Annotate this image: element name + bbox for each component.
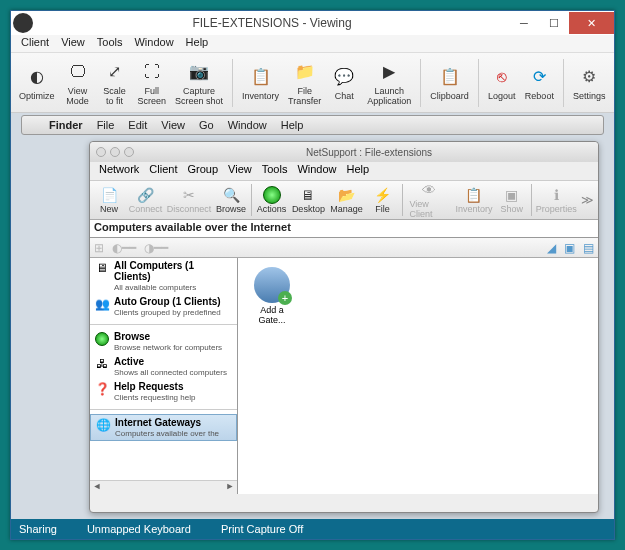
- minimize-button[interactable]: ─: [509, 12, 539, 34]
- inv-icon: 📋: [465, 186, 483, 204]
- mt-3[interactable]: ◑━━: [144, 241, 168, 255]
- mac-help[interactable]: Help: [274, 119, 311, 131]
- main-pane: Add a Gate...: [238, 258, 598, 494]
- inner-titlebar: NetSupport : File-extensions: [90, 142, 598, 162]
- manage-icon: 📂: [338, 186, 356, 204]
- launch-icon: ▶: [377, 60, 401, 84]
- traffic-zoom[interactable]: [124, 147, 134, 157]
- tree: 🖥All Computers (1 Clients)All available …: [90, 258, 237, 480]
- props-icon: ℹ: [547, 186, 565, 204]
- im-tools[interactable]: Tools: [257, 162, 293, 180]
- ribbon: ◐Optimize 🖵View Mode ⤢Scale to fit ⛶Full…: [11, 53, 614, 113]
- browse-icon: 🔍: [222, 186, 240, 204]
- mini-toolbar: ⊞ ◐━━ ◑━━ ◢ ▣ ▤: [90, 238, 598, 258]
- mac-view[interactable]: View: [154, 119, 192, 131]
- remote-desktop-area: Finder File Edit View Go Window Help Net…: [11, 113, 614, 519]
- tb-viewclient[interactable]: 👁View Client: [404, 180, 453, 220]
- tree-auto[interactable]: 👥Auto Group (1 Clients)Clients grouped b…: [90, 294, 237, 319]
- actions-icon: [263, 186, 281, 204]
- mt-1[interactable]: ⊞: [94, 241, 104, 255]
- connect-icon: 🔗: [136, 186, 154, 204]
- tree-active[interactable]: 🖧ActiveShows all connected computers: [90, 354, 237, 379]
- tb-manage[interactable]: 📂Manage: [328, 185, 366, 215]
- tree-all[interactable]: 🖥All Computers (1 Clients)All available …: [90, 258, 237, 294]
- active-icon: 🖧: [94, 356, 110, 372]
- tb-connect[interactable]: 🔗Connect: [126, 185, 165, 215]
- inner-menubar: Network Client Group View Tools Window H…: [90, 162, 598, 180]
- tb-file[interactable]: ⚡File: [366, 185, 400, 215]
- traffic-close[interactable]: [96, 147, 106, 157]
- im-window[interactable]: Window: [292, 162, 341, 180]
- launch-button[interactable]: ▶Launch Application: [363, 58, 415, 108]
- reboot-button[interactable]: ⟳Reboot: [521, 63, 558, 103]
- maximize-button[interactable]: ☐: [539, 12, 569, 34]
- inventory-button[interactable]: 📋Inventory: [238, 63, 283, 103]
- folder-icon: 📁: [293, 60, 317, 84]
- chat-button[interactable]: 💬Chat: [326, 63, 362, 103]
- tb-browse[interactable]: 🔍Browse: [213, 185, 249, 215]
- settings-button[interactable]: ⚙Settings: [569, 63, 610, 103]
- status-keyboard: Unmapped Keyboard: [87, 523, 191, 535]
- mt-5[interactable]: ▣: [564, 241, 575, 255]
- gateway-icon: 🌐: [95, 417, 111, 433]
- im-help[interactable]: Help: [342, 162, 375, 180]
- inventory-icon: 📋: [249, 65, 273, 89]
- tb-disconnect[interactable]: ✂Disconnect: [165, 185, 213, 215]
- tree-gateways[interactable]: 🌐Internet GatewaysComputers available ov…: [90, 414, 237, 441]
- sidebar-scrollbar[interactable]: ◄►: [90, 480, 237, 494]
- mac-edit[interactable]: Edit: [121, 119, 154, 131]
- netsupport-window: NetSupport : File-extensions Network Cli…: [89, 141, 599, 513]
- filetransfer-button[interactable]: 📁File Transfer: [284, 58, 325, 108]
- capture-button[interactable]: 📷Capture Screen shot: [171, 58, 227, 108]
- optimize-button[interactable]: ◐Optimize: [15, 63, 59, 103]
- desktop-icon: 🖥: [299, 186, 317, 204]
- app-icon: [13, 13, 33, 33]
- disconnect-icon: ✂: [180, 186, 198, 204]
- gauge-icon: ◐: [25, 65, 49, 89]
- mac-file[interactable]: File: [90, 119, 122, 131]
- toolbar-overflow[interactable]: ≫: [579, 193, 596, 207]
- im-view[interactable]: View: [223, 162, 257, 180]
- mt-6[interactable]: ▤: [583, 241, 594, 255]
- scale-button[interactable]: ⤢Scale to fit: [97, 58, 133, 108]
- im-network[interactable]: Network: [94, 162, 144, 180]
- tree-browse[interactable]: BrowseBrowse network for computers: [90, 329, 237, 354]
- tb-inventory[interactable]: 📋Inventory: [453, 185, 495, 215]
- menu-help[interactable]: Help: [180, 35, 215, 52]
- viewmode-button[interactable]: 🖵View Mode: [60, 58, 96, 108]
- inner-title: NetSupport : File-extensions: [140, 147, 598, 158]
- tb-properties[interactable]: ℹProperties: [534, 185, 579, 215]
- mac-menubar: Finder File Edit View Go Window Help: [21, 115, 604, 135]
- im-group[interactable]: Group: [182, 162, 223, 180]
- menu-window[interactable]: Window: [128, 35, 179, 52]
- menu-view[interactable]: View: [55, 35, 91, 52]
- close-button[interactable]: ✕: [569, 12, 614, 34]
- mac-go[interactable]: Go: [192, 119, 221, 131]
- computers-icon: 🖥: [94, 260, 110, 276]
- mac-finder[interactable]: Finder: [42, 119, 90, 131]
- clipboard-button[interactable]: 📋Clipboard: [426, 63, 473, 103]
- im-client[interactable]: Client: [144, 162, 182, 180]
- show-icon: ▣: [503, 186, 521, 204]
- inner-toolbar: 📄New 🔗Connect ✂Disconnect 🔍Browse Action…: [90, 180, 598, 220]
- tb-new[interactable]: 📄New: [92, 185, 126, 215]
- menu-tools[interactable]: Tools: [91, 35, 129, 52]
- tree-help[interactable]: ❓Help RequestsClients requesting help: [90, 379, 237, 404]
- traffic-min[interactable]: [110, 147, 120, 157]
- fullscreen-icon: ⛶: [140, 60, 164, 84]
- menu-client[interactable]: Client: [15, 35, 55, 52]
- fullscreen-button[interactable]: ⛶Full Screen: [134, 58, 171, 108]
- add-gateway-item[interactable]: Add a Gate...: [244, 264, 300, 328]
- path-bar: Computers available over the Internet: [90, 220, 598, 238]
- mac-window[interactable]: Window: [221, 119, 274, 131]
- tb-actions[interactable]: Actions: [254, 185, 289, 215]
- logout-button[interactable]: ⎋Logout: [484, 63, 520, 103]
- status-print: Print Capture Off: [221, 523, 303, 535]
- gear-icon: ⚙: [577, 65, 601, 89]
- tb-show[interactable]: ▣Show: [495, 185, 529, 215]
- browse-tree-icon: [94, 331, 110, 347]
- mt-4[interactable]: ◢: [547, 241, 556, 255]
- tb-desktop[interactable]: 🖥Desktop: [289, 185, 327, 215]
- mt-2[interactable]: ◐━━: [112, 241, 136, 255]
- monitor-icon: 🖵: [66, 60, 90, 84]
